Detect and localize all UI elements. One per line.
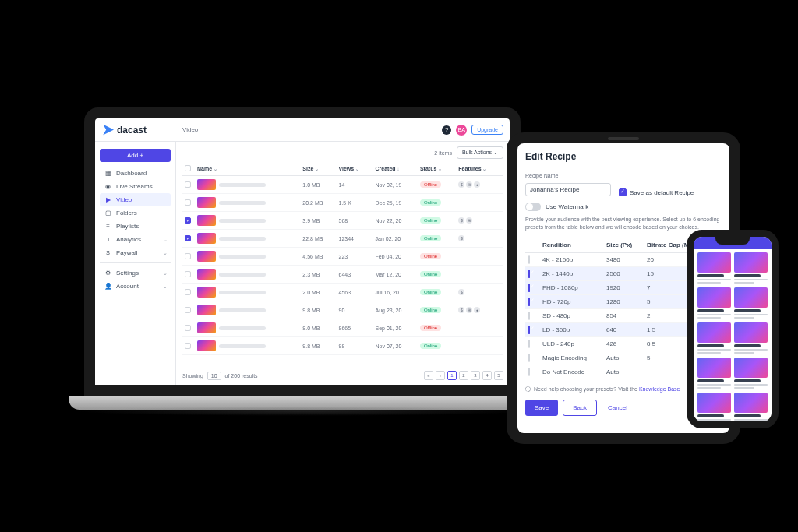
content-card[interactable] [734, 287, 768, 319]
row-checkbox[interactable] [185, 289, 191, 295]
content-card[interactable] [697, 358, 731, 389]
sidebar-item-playlists[interactable]: ≡Playlists [100, 220, 171, 233]
table-row[interactable]: 9.8 MB 98 Nov 07, 20 Online [182, 337, 503, 355]
sidebar-item-folders[interactable]: ▢Folders [100, 206, 171, 220]
save-button[interactable]: Save [525, 400, 558, 416]
cell-created: Mar 12, 20 [373, 266, 418, 284]
sidebar-item-video[interactable]: ▶Video [100, 193, 171, 206]
content-card[interactable] [734, 322, 768, 354]
help-text: Provide your audience with the best view… [525, 216, 722, 231]
content-card[interactable] [697, 393, 731, 424]
knowledge-base-link[interactable]: Knowledge Base [639, 386, 680, 392]
page-4[interactable]: 4 [482, 371, 492, 380]
sidebar-item-live-streams[interactable]: ◉Live Streams [100, 180, 171, 193]
row-checkbox[interactable] [185, 235, 191, 241]
column-name[interactable]: Name ⌄ [195, 162, 300, 176]
select-all-checkbox[interactable] [185, 165, 191, 171]
cancel-button[interactable]: Cancel [602, 400, 634, 416]
page-2[interactable]: 2 [459, 371, 468, 380]
content-card[interactable] [697, 322, 731, 354]
table-row[interactable]: 2.3 MB 6443 Mar 12, 20 Online [182, 266, 503, 284]
help-icon[interactable]: ? [442, 125, 451, 135]
content-card[interactable] [734, 393, 768, 424]
rendition-checkbox[interactable] [528, 312, 530, 320]
content-card[interactable] [734, 252, 768, 284]
row-checkbox[interactable] [185, 217, 191, 224]
watermark-toggle[interactable] [525, 203, 541, 211]
cell-views: 98 [336, 337, 373, 355]
row-checkbox[interactable] [185, 199, 191, 206]
column-views[interactable]: Views ⌄ [336, 162, 373, 176]
sidebar-item-dashboard[interactable]: ▦Dashboard [100, 167, 171, 180]
rendition-checkbox[interactable] [528, 284, 530, 292]
sidebar-item-account[interactable]: 👤Account⌄ [100, 280, 171, 293]
row-checkbox[interactable] [185, 343, 191, 349]
sidebar-item-analytics[interactable]: ⫾Analytics⌄ [100, 233, 171, 246]
card-title-placeholder [734, 344, 761, 347]
status-badge: Online [420, 343, 441, 349]
cell-size: 20.2 MB [300, 194, 336, 212]
column-status[interactable]: Status ⌄ [418, 162, 456, 176]
table-row[interactable]: 22.8 MB 12344 Jan 02, 20 Online $ [182, 230, 503, 248]
card-thumbnail [734, 287, 768, 308]
column-size[interactable]: Size ⌄ [300, 162, 336, 176]
video-name-placeholder [219, 291, 266, 294]
cell-created: Nov 22, 20 [373, 212, 418, 230]
rendition-checkbox[interactable] [528, 255, 530, 264]
rendition-checkbox[interactable] [528, 340, 530, 348]
status-badge: Offline [420, 253, 441, 259]
table-row[interactable]: 3.9 MB 568 Nov 22, 20 Online $⊞ [182, 212, 503, 230]
recipe-name-input[interactable] [525, 183, 611, 196]
list-icon: ≡ [104, 223, 111, 230]
table-row[interactable]: 2.0 MB 4563 Jul 16, 20 Online $ [182, 284, 503, 301]
page-5[interactable]: 5 [494, 371, 503, 380]
play-icon: ▶ [104, 196, 111, 203]
logo[interactable]: dacast [95, 125, 176, 136]
cell-size-px: Auto [603, 365, 644, 379]
upgrade-button[interactable]: Upgrade [471, 125, 503, 135]
page-3[interactable]: 3 [471, 371, 480, 380]
per-page-select[interactable]: 10 [207, 372, 221, 380]
table-row[interactable]: 20.2 MB 1.5 K Dec 25, 19 Online [182, 194, 503, 212]
avatar[interactable]: BA [456, 125, 467, 136]
content-card[interactable] [697, 287, 731, 319]
back-button[interactable]: Back [563, 400, 597, 416]
table-row[interactable]: 9.8 MB 90 Aug 23, 20 Online $⊞● [182, 301, 503, 319]
cell-created: Dec 25, 19 [373, 194, 418, 212]
cell-size-px: Auto [603, 351, 644, 365]
bulk-actions-button[interactable]: Bulk Actions ⌄ [457, 146, 503, 159]
gear-icon: ⚙ [104, 270, 111, 277]
rendition-checkbox[interactable] [528, 354, 530, 362]
table-row[interactable]: 8.0 MB 8665 Sep 01, 20 Offline [182, 319, 503, 337]
column-created[interactable]: Created ↓ [373, 162, 418, 176]
rendition-checkbox[interactable] [528, 270, 530, 278]
row-checkbox[interactable] [185, 307, 191, 313]
row-checkbox[interactable] [185, 253, 191, 259]
row-checkbox[interactable] [185, 181, 191, 188]
sidebar-item-settings[interactable]: ⚙Settings⌄ [100, 266, 171, 280]
add-button[interactable]: Add + [100, 149, 171, 162]
breadcrumb: Video [176, 126, 442, 133]
row-checkbox[interactable] [185, 325, 191, 331]
row-checkbox[interactable] [185, 271, 191, 277]
sidebar-item-paywall[interactable]: $Paywall⌄ [100, 246, 171, 259]
column-features[interactable]: Features ⌄ [456, 162, 503, 176]
table-row[interactable]: 1.0 MB 14 Nov 02, 19 Offline $⊞● [182, 176, 503, 194]
table-row[interactable]: 4.56 MB 223 Feb 04, 20 Offline [182, 248, 503, 266]
tablet-camera [608, 137, 639, 140]
rendition-checkbox[interactable] [528, 368, 530, 376]
content-card[interactable] [734, 358, 768, 389]
video-thumbnail [197, 251, 216, 262]
cell-features [456, 266, 503, 284]
page-1[interactable]: 1 [447, 371, 457, 380]
content-card[interactable] [697, 252, 731, 284]
grid-icon: ▦ [104, 170, 111, 177]
page-prev[interactable]: ‹ [436, 371, 445, 380]
card-thumbnail [697, 322, 731, 343]
page-first[interactable]: « [424, 371, 433, 380]
rendition-checkbox[interactable] [528, 298, 530, 306]
cell-rendition: ULD - 240p [539, 336, 603, 351]
pagination-summary: Showing 10 of 200 results [182, 373, 258, 379]
default-recipe-checkbox[interactable]: Save as default Recipe [619, 188, 694, 196]
rendition-checkbox[interactable] [528, 326, 530, 334]
